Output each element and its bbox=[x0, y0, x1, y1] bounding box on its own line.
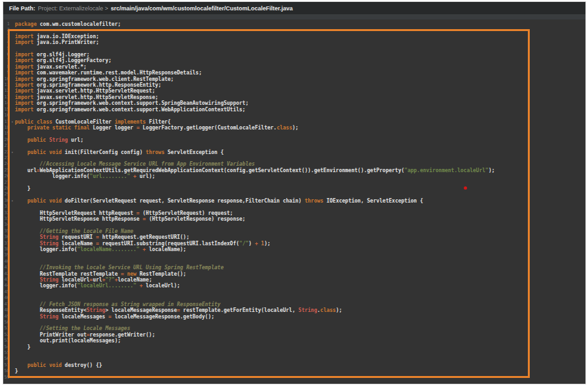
code-line[interactable]: 48 ResponseEntity<String> localeMessageR… bbox=[3, 307, 585, 313]
code-line[interactable]: 15import org.springframework.web.context… bbox=[3, 107, 585, 113]
code-text: import javax.servlet.http.HttpServletReq… bbox=[15, 88, 585, 94]
code-text: } bbox=[15, 344, 585, 350]
code-text: String localeName = requestURI.substring… bbox=[15, 241, 585, 247]
code-line[interactable]: 1package com.wm.customlocalefilter; bbox=[3, 21, 585, 27]
code-line[interactable]: 47 // Fetch JSON response as String wrap… bbox=[3, 302, 585, 307]
code-line[interactable]: 24 //Accessing Locale Message Service UR… bbox=[3, 161, 585, 167]
code-line[interactable]: 37 String localeName = requestURI.substr… bbox=[3, 241, 585, 247]
code-line[interactable]: 46 bbox=[3, 295, 585, 301]
gutter-spacer bbox=[10, 21, 15, 27]
gutter-spacer bbox=[10, 271, 15, 277]
code-line[interactable]: 41 //Invoking the Locale Service URL Usi… bbox=[3, 265, 585, 271]
line-number: 37 bbox=[3, 241, 10, 247]
breadcrumb-project: Project: Externalizelocale > bbox=[38, 5, 109, 12]
gutter-spacer bbox=[10, 289, 15, 295]
fold-marker-icon[interactable]: ▾ bbox=[10, 119, 15, 125]
code-text bbox=[15, 375, 585, 381]
code-line[interactable]: 57 public void destroy() {} bbox=[3, 362, 585, 368]
code-line[interactable]: 23 bbox=[3, 155, 585, 161]
code-line[interactable]: 26 logger.info("url........" + url); bbox=[3, 173, 585, 179]
gutter-spacer bbox=[10, 155, 15, 161]
code-line[interactable]: 35 //Getting the Locale File Name bbox=[3, 228, 585, 234]
code-line[interactable]: 5 bbox=[3, 46, 585, 52]
code-line[interactable]: 31 bbox=[3, 204, 585, 210]
code-line[interactable]: 55 bbox=[3, 350, 585, 356]
code-line[interactable]: 3import java.io.IOException; bbox=[3, 34, 585, 39]
code-line[interactable]: 53 out.print(localeMessages); bbox=[3, 338, 585, 344]
code-line[interactable]: 44 logger.info("localeUrl........" + loc… bbox=[3, 283, 585, 289]
annotation-red-dot bbox=[464, 186, 467, 190]
code-line[interactable]: 14import org.springframework.web.context… bbox=[3, 100, 585, 106]
code-line[interactable]: 40 bbox=[3, 259, 585, 265]
code-line[interactable]: 4import java.io.PrintWriter; bbox=[3, 39, 585, 45]
code-text bbox=[15, 27, 585, 33]
code-line[interactable]: 30▾ public void doFilter(ServletRequest … bbox=[3, 198, 585, 204]
code-line[interactable]: 27 bbox=[3, 180, 585, 186]
code-text: import java.io.PrintWriter; bbox=[15, 39, 585, 45]
code-line[interactable]: 54 } bbox=[3, 344, 585, 350]
gutter-spacer bbox=[10, 362, 15, 368]
code-line[interactable]: 21 bbox=[3, 143, 585, 149]
code-text: //Invoking the Locale Service URL Using … bbox=[15, 265, 585, 271]
line-number: 56 bbox=[3, 356, 10, 362]
code-line[interactable]: 52 PrintWriter out=response.getWriter(); bbox=[3, 332, 585, 338]
fold-marker-icon[interactable]: ▾ bbox=[10, 149, 15, 155]
code-line[interactable]: 17▾public class CustomLocaleFilter imple… bbox=[3, 119, 585, 125]
code-line[interactable]: 39 bbox=[3, 252, 585, 258]
code-line[interactable]: 7import org.slf4j.LoggerFactory; bbox=[3, 58, 585, 63]
fold-marker-icon[interactable]: ▾ bbox=[10, 198, 15, 204]
code-line[interactable]: 29 bbox=[3, 192, 585, 197]
code-text: public String url; bbox=[15, 137, 585, 143]
code-line[interactable]: 16 bbox=[3, 113, 585, 118]
code-text bbox=[15, 46, 585, 52]
gutter-spacer bbox=[10, 228, 15, 234]
code-text: //Getting the Locale File Name bbox=[15, 228, 585, 234]
code-line[interactable]: 22▾ public void init(FilterConfig config… bbox=[3, 149, 585, 155]
code-line[interactable]: 28 } bbox=[3, 186, 585, 192]
code-area[interactable]: 1package com.wm.customlocalefilter;23imp… bbox=[3, 19, 585, 384]
code-text bbox=[15, 252, 585, 258]
gutter-spacer bbox=[10, 314, 15, 320]
gutter-spacer bbox=[10, 186, 15, 192]
gutter-spacer bbox=[10, 259, 15, 265]
code-text: public void destroy() {} bbox=[15, 362, 585, 368]
code-line[interactable]: 33 HttpServletResponse httpResponse = (H… bbox=[3, 216, 585, 222]
code-line[interactable]: 45 bbox=[3, 289, 585, 295]
code-line[interactable]: 32 HttpServletRequest httpRequest = (Htt… bbox=[3, 210, 585, 216]
code-line[interactable]: 42 RestTemplate restTemplate = new RestT… bbox=[3, 271, 585, 277]
code-line[interactable]: 9import com.wavemaker.runtime.rest.model… bbox=[3, 70, 585, 76]
code-line[interactable]: 13import javax.servlet.http.HttpServletR… bbox=[3, 94, 585, 100]
gutter-spacer bbox=[10, 252, 15, 258]
code-line[interactable]: 2 bbox=[3, 27, 585, 33]
gutter-spacer bbox=[10, 368, 15, 374]
code-line[interactable]: 8import javax.servlet.*; bbox=[3, 64, 585, 70]
code-line[interactable]: 59 bbox=[3, 375, 585, 381]
code-line[interactable]: 20 public String url; bbox=[3, 137, 585, 143]
code-line[interactable]: 18 private static final Logger logger = … bbox=[3, 125, 585, 131]
code-line[interactable]: 49 String localeMessages = localeMessage… bbox=[3, 314, 585, 320]
code-line[interactable]: 56 bbox=[3, 356, 585, 362]
line-number: 25 bbox=[3, 168, 10, 173]
code-line[interactable]: 58} bbox=[3, 368, 585, 374]
code-line[interactable]: 51 //Setting the Locale Messages bbox=[3, 326, 585, 331]
code-line[interactable]: 38 logger.info("localeName........" + lo… bbox=[3, 247, 585, 252]
line-number: 45 bbox=[3, 289, 10, 295]
line-number: 10 bbox=[3, 76, 10, 82]
code-line[interactable]: 12import javax.servlet.http.HttpServletR… bbox=[3, 88, 585, 94]
gutter-spacer bbox=[10, 283, 15, 289]
code-line[interactable]: 25 url=WebApplicationContextUtils.getReq… bbox=[3, 168, 585, 173]
gutter-spacer bbox=[10, 70, 15, 76]
gutter-spacer bbox=[10, 137, 15, 143]
gutter-spacer bbox=[10, 180, 15, 186]
code-line[interactable]: 19 bbox=[3, 131, 585, 137]
line-number: 1 bbox=[3, 21, 10, 27]
gutter-spacer bbox=[10, 64, 15, 70]
code-line[interactable]: 50 bbox=[3, 320, 585, 326]
gutter-spacer bbox=[10, 125, 15, 131]
code-text: url=WebApplicationContextUtils.getRequir… bbox=[15, 168, 585, 173]
code-line[interactable]: 10import org.springframework.web.client.… bbox=[3, 76, 585, 82]
code-text: out.print(localeMessages); bbox=[15, 338, 585, 344]
code-line[interactable]: 36 String requestURI = httpRequest.getRe… bbox=[3, 234, 585, 240]
code-line[interactable]: 34 bbox=[3, 222, 585, 228]
gutter-spacer bbox=[10, 320, 15, 326]
